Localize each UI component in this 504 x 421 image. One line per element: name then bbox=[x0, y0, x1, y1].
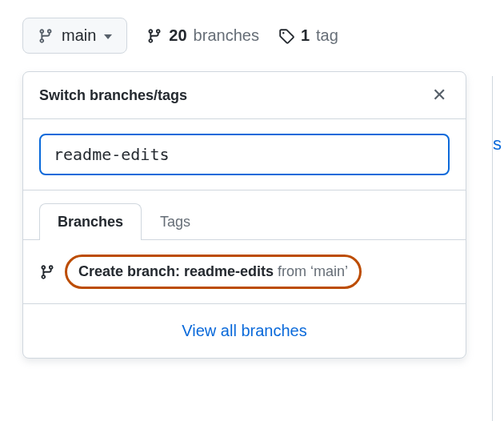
tags-word: tag bbox=[316, 26, 338, 45]
create-prefix: Create branch: bbox=[78, 263, 184, 279]
tab-branches[interactable]: Branches bbox=[39, 203, 142, 240]
current-branch-label: main bbox=[62, 26, 96, 45]
branches-word: branches bbox=[194, 26, 259, 45]
create-from-label: from ‘main’ bbox=[274, 263, 348, 279]
branches-count: 20 bbox=[169, 26, 186, 45]
cropped-text-hint: s bbox=[493, 134, 503, 154]
create-branch-row[interactable]: Create branch: readme-edits from ‘main’ bbox=[23, 240, 466, 304]
tags-link[interactable]: 1 tag bbox=[278, 26, 338, 45]
branches-link[interactable]: 20 branches bbox=[146, 26, 259, 45]
popover-title: Switch branches/tags bbox=[39, 87, 187, 104]
popover-footer: View all branches bbox=[23, 304, 466, 358]
tab-tags[interactable]: Tags bbox=[142, 203, 209, 240]
branch-filter-input[interactable] bbox=[39, 134, 450, 175]
create-branch-name: readme-edits bbox=[184, 263, 274, 279]
git-branch-icon bbox=[39, 264, 55, 280]
git-branch-icon bbox=[38, 28, 54, 44]
close-button[interactable]: ✕ bbox=[429, 83, 450, 107]
create-branch-highlight: Create branch: readme-edits from ‘main’ bbox=[65, 255, 362, 289]
view-all-branches-link[interactable]: View all branches bbox=[182, 322, 306, 339]
branch-select-button[interactable]: main bbox=[22, 18, 127, 54]
popover-header: Switch branches/tags ✕ bbox=[23, 72, 466, 119]
panel-right-border bbox=[492, 76, 493, 421]
tabs: Branches Tags bbox=[23, 198, 466, 240]
git-branch-icon bbox=[146, 28, 162, 44]
tab-branches-label: Branches bbox=[58, 214, 123, 230]
repo-toolbar: main 20 branches 1 tag bbox=[22, 18, 482, 54]
close-icon: ✕ bbox=[432, 85, 446, 105]
caret-down-icon bbox=[104, 34, 112, 39]
tags-count: 1 bbox=[301, 26, 310, 45]
filter-container bbox=[23, 119, 466, 190]
tab-tags-label: Tags bbox=[160, 214, 190, 230]
branch-switcher-popover: Switch branches/tags ✕ Branches Tags Cre… bbox=[22, 71, 466, 359]
tag-icon bbox=[278, 28, 294, 44]
